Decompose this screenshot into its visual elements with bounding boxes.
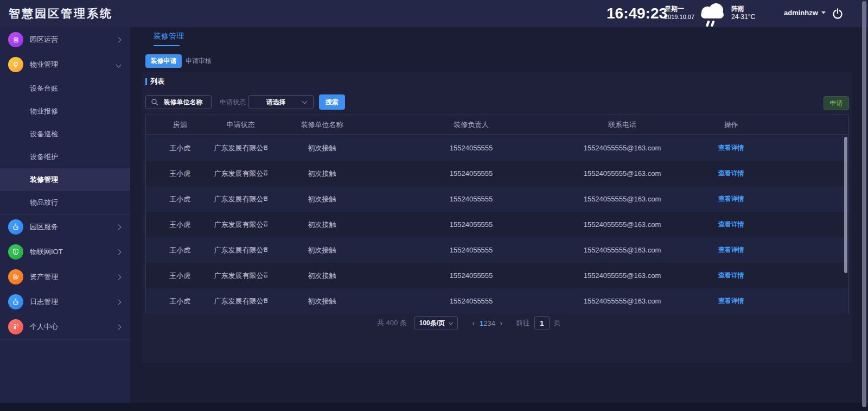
power-icon[interactable] [831,7,844,20]
chevron-right-icon [116,224,122,230]
chevron-down-icon [302,99,308,104]
next-page-button[interactable]: › [495,319,507,327]
table-row: 王小虎广东发展有限公司初次接触1552405555515524055555@16… [146,237,848,263]
column-header: 联系电话 [566,120,678,130]
table-cell: 初次接触 [267,296,376,306]
sidebar-item-property-management[interactable]: 物业管理 [0,52,130,77]
sidebar-item-personal-center[interactable]: 个人中心 [0,314,130,339]
table-cell: 15524055555@163.com [566,195,678,203]
top-header: 智慧园区管理系统 16:49:23 星期一 2019.10.07 阵雨 24-3… [0,0,868,27]
sidebar-item-label: 资产管理 [30,272,58,282]
table-cell-actions: 查看详情 [679,169,784,178]
table-row: 王小虎广东发展有限公司初次接触1552405555515524055555@16… [146,135,848,161]
search-icon [151,98,158,106]
clock: 16:49:23 [607,5,667,22]
sidebar-item-park-operation[interactable]: 园区运营 [0,27,130,52]
view-details-link[interactable]: 查看详情 [718,169,744,177]
page-size-select[interactable]: 100条/页 [414,316,458,330]
status-select[interactable]: 请选择 [248,95,314,109]
table-cell: 王小虎 [146,296,214,306]
table-cell: 广东发展有限公司 [214,245,267,255]
page-scrollbar-thumb[interactable] [862,1,866,407]
column-header: 装修单位名称 [267,120,376,130]
total-count-label: 共 400 条 [377,318,407,328]
prev-page-button[interactable]: ‹ [468,319,480,327]
view-details-link[interactable]: 查看详情 [718,297,744,305]
chevron-right-icon [116,274,122,280]
column-header: 操作 [679,120,784,130]
table-cell: 15524055555@163.com [566,271,678,280]
table-cell: 初次接触 [267,245,376,255]
view-details-link[interactable]: 查看详情 [718,271,744,279]
column-header: 申请状态 [214,120,267,130]
sidebar-subitem[interactable]: 设备巡检 [0,123,130,146]
page-number[interactable]: 4 [492,319,495,327]
sidebar-item-park-service[interactable]: 园区服务 [0,214,130,239]
table-cell: 王小虎 [146,245,214,255]
table-scrollbar-thumb[interactable] [844,137,847,273]
subtab-apply-review[interactable]: 申请审核 [186,54,212,68]
sidebar-item-log-management[interactable]: 日志管理 [0,289,130,314]
table-row: 王小虎广东发展有限公司初次接触1552405555515524055555@16… [146,288,848,314]
sidebar-item-label: 物联网IOT [30,247,63,257]
sidebar-item-iot[interactable]: 物联网IOT [0,239,130,264]
table-cell: 15524055555@163.com [566,144,678,152]
search-button[interactable]: 搜索 [319,94,345,110]
table-row: 王小虎广东发展有限公司初次接触1552405555515524055555@16… [146,212,848,237]
table-cell-actions: 查看详情 [679,245,784,255]
search-placeholder: 装修单位名称 [158,98,211,107]
table-cell: 15524055555 [376,271,566,280]
page-number[interactable]: 3 [487,319,491,327]
table-cell-actions: 查看详情 [679,296,784,306]
sidebar-subitem[interactable]: 物品放行 [0,191,130,214]
robot-icon [8,294,23,309]
temperature-label: 24-31°C [731,13,755,21]
app-title: 智慧园区管理系统 [9,0,113,27]
goto-page-input[interactable] [534,316,550,330]
column-header: 房源 [146,120,214,130]
bulb-icon [8,57,23,72]
status-filter-label: 申请状态 [220,95,246,109]
table-cell: 15524055555@163.com [566,297,678,305]
chevron-right-icon [116,37,122,42]
table-cell: 广东发展有限公司 [214,143,267,153]
sidebar-item-label: 园区运营 [30,35,58,45]
date-block: 星期一 2019.10.07 [665,5,694,21]
apply-button[interactable]: 申请 [824,96,849,110]
sidebar-divider [0,339,130,340]
view-details-link[interactable]: 查看详情 [718,144,744,151]
view-details-link[interactable]: 查看详情 [718,195,744,203]
table-header-row: 房源申请状态装修单位名称装修负责人联系电话操作 [146,115,848,135]
company-search-input[interactable]: 装修单位名称 [145,95,212,109]
caret-down-icon [821,11,826,14]
table-cell: 王小虎 [146,220,214,230]
sidebar: 园区运营物业管理设备台账物业报修设备巡检设备维护装修管理物品放行园区服务物联网I… [0,27,130,411]
sidebar-subitem[interactable]: 物业报修 [0,100,130,123]
table-cell: 15524055555 [376,246,566,254]
building-icon [8,32,23,47]
subtab-decoration-apply[interactable]: 装修申请 [145,54,182,68]
table-cell: 15524055555 [376,144,566,152]
cloud-rain-icon [695,1,729,27]
tab-underline [154,45,180,46]
user-menu[interactable]: adminhzw [784,9,826,17]
sidebar-item-asset-management[interactable]: 资产管理 [0,264,130,289]
sidebar-subitem-active[interactable]: 装修管理 [0,168,130,191]
view-details-link[interactable]: 查看详情 [718,220,744,228]
sidebar-subitem[interactable]: 设备台账 [0,77,130,100]
column-header: 装修负责人 [376,120,566,130]
view-details-link[interactable]: 查看详情 [718,246,744,254]
table-cell: 广东发展有限公司 [214,220,267,230]
table-cell: 广东发展有限公司 [214,169,267,179]
table-cell: 王小虎 [146,169,214,179]
sidebar-subitem[interactable]: 设备维护 [0,146,130,168]
table-cell: 王小虎 [146,194,214,204]
coins-icon [8,269,23,284]
tab-decoration-management[interactable]: 装修管理 [154,31,184,41]
table-cell: 初次接触 [267,220,376,230]
table-cell-actions: 查看详情 [679,194,784,204]
decoration-apply-table: 房源申请状态装修单位名称装修负责人联系电话操作 王小虎广东发展有限公司初次接触1… [145,115,849,314]
table-cell: 15524055555 [376,169,566,178]
date-label: 2019.10.07 [665,13,694,21]
table-cell: 15524055555@163.com [566,220,678,229]
